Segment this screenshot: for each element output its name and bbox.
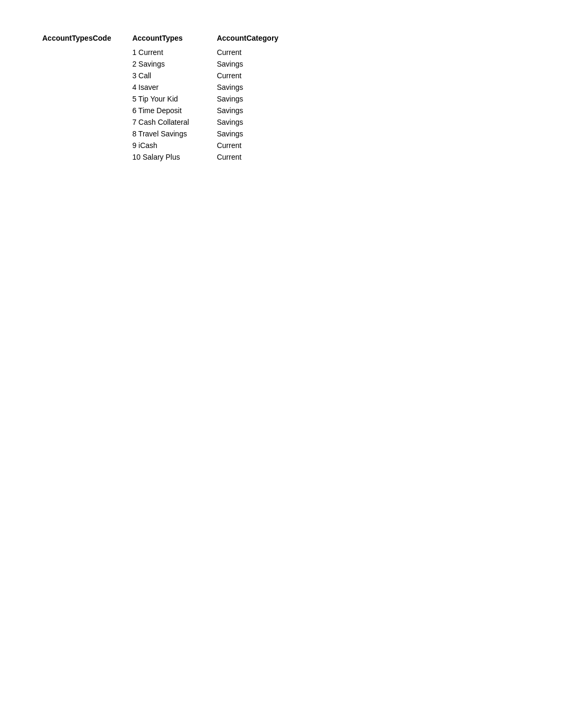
cell-category: Savings	[217, 93, 300, 105]
table-row: 8 Travel SavingsSavings	[42, 128, 300, 140]
table-row: 7 Cash CollateralSavings	[42, 116, 300, 128]
cell-type: 10 Salary Plus	[132, 151, 217, 163]
cell-type: 6 Time Deposit	[132, 105, 217, 116]
header-category: AccountCategory	[217, 32, 300, 47]
cell-category: Savings	[217, 116, 300, 128]
cell-category: Savings	[217, 105, 300, 116]
cell-code	[42, 116, 132, 128]
cell-category: Current	[217, 70, 300, 81]
cell-type: 9 iCash	[132, 140, 217, 151]
cell-code	[42, 140, 132, 151]
table-row: 4 IsaverSavings	[42, 81, 300, 93]
cell-code	[42, 151, 132, 163]
cell-category: Savings	[217, 128, 300, 140]
table-row: 1 CurrentCurrent	[42, 47, 300, 58]
header-type: AccountTypes	[132, 32, 217, 47]
table-row: 6 Time DepositSavings	[42, 105, 300, 116]
table-row: 3 CallCurrent	[42, 70, 300, 81]
cell-code	[42, 81, 132, 93]
cell-category: Current	[217, 140, 300, 151]
account-types-table: AccountTypesCode AccountTypes AccountCat…	[42, 32, 300, 163]
cell-type: 2 Savings	[132, 58, 217, 70]
cell-code	[42, 70, 132, 81]
main-content: AccountTypesCode AccountTypes AccountCat…	[0, 0, 561, 163]
cell-code	[42, 93, 132, 105]
cell-type: 4 Isaver	[132, 81, 217, 93]
cell-category: Current	[217, 151, 300, 163]
table-row: 2 SavingsSavings	[42, 58, 300, 70]
cell-category: Savings	[217, 81, 300, 93]
table-row: 10 Salary PlusCurrent	[42, 151, 300, 163]
cell-code	[42, 58, 132, 70]
cell-category: Savings	[217, 58, 300, 70]
cell-code	[42, 105, 132, 116]
cell-code	[42, 47, 132, 58]
cell-type: 3 Call	[132, 70, 217, 81]
cell-code	[42, 128, 132, 140]
cell-type: 5 Tip Your Kid	[132, 93, 217, 105]
table-row: 9 iCashCurrent	[42, 140, 300, 151]
header-code: AccountTypesCode	[42, 32, 132, 47]
cell-type: 8 Travel Savings	[132, 128, 217, 140]
cell-type: 1 Current	[132, 47, 217, 58]
cell-category: Current	[217, 47, 300, 58]
cell-type: 7 Cash Collateral	[132, 116, 217, 128]
table-row: 5 Tip Your KidSavings	[42, 93, 300, 105]
